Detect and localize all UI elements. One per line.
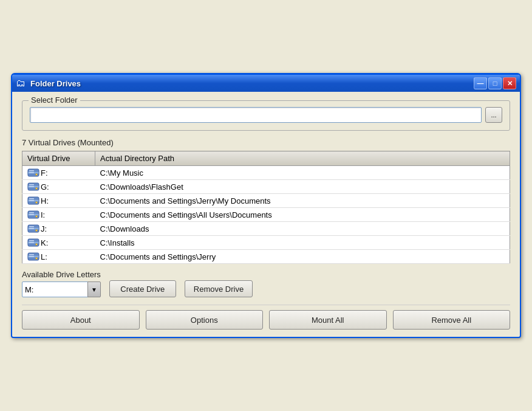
- drive-path-cell: C:\Documents and Settings\All Users\Docu…: [95, 208, 510, 222]
- window-body: Select Folder ... 7 Virtual Drives (Moun…: [12, 92, 520, 337]
- svg-rect-13: [29, 198, 34, 199]
- table-row[interactable]: I:C:\Documents and Settings\All Users\Do…: [22, 208, 510, 222]
- table-row[interactable]: J:C:\Downloads: [22, 222, 510, 236]
- drive-icon: [27, 210, 39, 219]
- window-title: Folder Drives: [30, 79, 81, 88]
- drive-letter-cell: K:: [22, 236, 95, 250]
- close-button[interactable]: ✕: [503, 77, 516, 89]
- table-row[interactable]: L:C:\Documents and Settings\Jerry: [22, 250, 510, 264]
- drive-icon: [27, 238, 39, 247]
- table-row[interactable]: H:C:\Documents and Settings\Jerry\My Doc…: [22, 194, 510, 208]
- maximize-button[interactable]: □: [488, 77, 502, 89]
- drive-letter-cell: F:: [22, 166, 95, 180]
- svg-rect-4: [29, 172, 34, 173]
- title-buttons: — □ ✕: [474, 77, 516, 89]
- svg-rect-24: [29, 228, 34, 229]
- svg-point-2: [36, 174, 38, 176]
- drive-path-cell: C:\Documents and Settings\Jerry\My Docum…: [95, 194, 510, 208]
- drive-path-cell: C:\Installs: [95, 236, 510, 250]
- folder-path-input[interactable]: [30, 107, 482, 123]
- drive-icon: [27, 252, 39, 261]
- bottom-section: Available Drive Letters M:N:O:P:Q:R:S:T:…: [22, 270, 510, 297]
- drive-letter-cell: G:: [22, 180, 95, 194]
- svg-point-7: [36, 188, 38, 190]
- svg-point-12: [36, 202, 38, 204]
- select-folder-group: Select Folder ...: [22, 100, 510, 131]
- drive-letter-cell: J:: [22, 222, 95, 236]
- drive-icon: [27, 196, 39, 206]
- title-bar-left: 🗂 Folder Drives: [16, 78, 81, 89]
- col-header-virtual-drive: Virtual Drive: [22, 151, 95, 166]
- svg-rect-28: [29, 240, 34, 241]
- drive-letter-cell: L:: [22, 250, 95, 264]
- drive-letter-cell: H:: [22, 194, 95, 208]
- drive-icon: [27, 224, 39, 233]
- svg-rect-29: [29, 242, 34, 243]
- svg-rect-33: [29, 254, 34, 255]
- svg-rect-14: [29, 200, 34, 201]
- svg-rect-19: [29, 214, 34, 215]
- window-icon: 🗂: [16, 78, 27, 89]
- drives-count-label: 7 Virtual Drives (Mounted): [22, 138, 510, 147]
- about-button[interactable]: About: [22, 310, 140, 330]
- main-window: 🗂 Folder Drives — □ ✕ Select Folder ... …: [11, 73, 521, 338]
- select-folder-label: Select Folder: [29, 95, 80, 105]
- title-bar: 🗂 Folder Drives — □ ✕: [12, 75, 520, 92]
- drive-path-cell: C:\Documents and Settings\Jerry: [95, 250, 510, 264]
- drive-letter-select[interactable]: M:N:O:P:Q:R:S:T:U:V:W:X:Y:Z:: [22, 281, 95, 297]
- drive-icon: [27, 168, 39, 178]
- table-row[interactable]: G:C:\Downloads\FlashGet: [22, 180, 510, 194]
- folder-input-row: ...: [30, 107, 502, 123]
- drives-table: Virtual Drive Actual Directory Path F:C:…: [22, 151, 510, 264]
- svg-rect-34: [29, 256, 34, 257]
- footer-buttons: About Options Mount All Remove All: [22, 305, 510, 330]
- table-row[interactable]: K:C:\Installs: [22, 236, 510, 250]
- svg-rect-18: [29, 212, 34, 213]
- col-header-actual-path: Actual Directory Path: [95, 151, 510, 166]
- svg-point-17: [36, 216, 38, 218]
- browse-button[interactable]: ...: [485, 107, 502, 123]
- drive-letters-label: Available Drive Letters: [22, 270, 101, 279]
- drive-letters-group: Available Drive Letters M:N:O:P:Q:R:S:T:…: [22, 270, 101, 297]
- drive-select-wrapper: M:N:O:P:Q:R:S:T:U:V:W:X:Y:Z: ▼: [22, 281, 101, 297]
- svg-point-27: [36, 244, 38, 246]
- drive-icon: [27, 182, 39, 192]
- drive-path-cell: C:\My Music: [95, 166, 510, 180]
- svg-rect-23: [29, 226, 34, 227]
- minimize-button[interactable]: —: [474, 77, 487, 89]
- remove-drive-button[interactable]: Remove Drive: [185, 280, 253, 297]
- remove-all-button[interactable]: Remove All: [393, 310, 511, 330]
- svg-point-32: [36, 258, 38, 260]
- svg-point-22: [36, 230, 38, 232]
- drive-letter-cell: I:: [22, 208, 95, 222]
- drive-path-cell: C:\Downloads\FlashGet: [95, 180, 510, 194]
- svg-rect-9: [29, 186, 34, 187]
- svg-rect-3: [29, 170, 34, 171]
- drive-path-cell: C:\Downloads: [95, 222, 510, 236]
- create-drive-button[interactable]: Create Drive: [109, 280, 176, 297]
- options-button[interactable]: Options: [146, 310, 264, 330]
- svg-rect-8: [29, 184, 34, 185]
- table-row[interactable]: F:C:\My Music: [22, 166, 510, 180]
- mount-all-button[interactable]: Mount All: [269, 310, 387, 330]
